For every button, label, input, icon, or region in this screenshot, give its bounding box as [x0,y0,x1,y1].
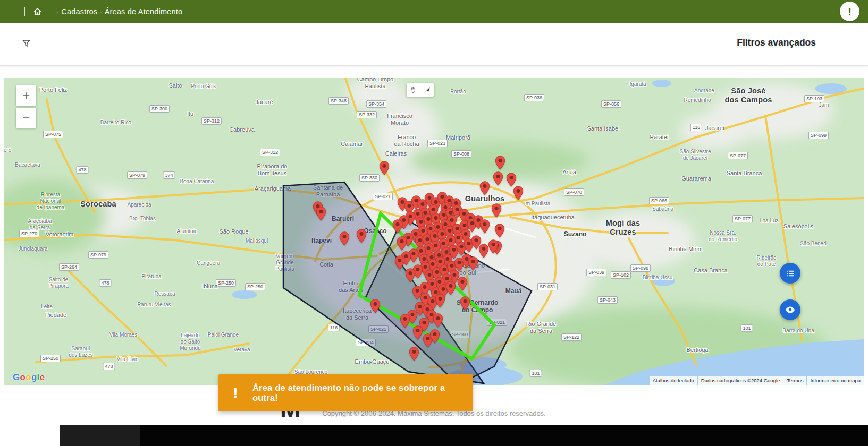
top-bar: - Cadastros - Áreas de Atendimento ! [0,0,868,23]
eye-icon [785,304,796,315]
map-pin[interactable] [435,294,445,308]
report-error-link[interactable]: Informar erro no mapa [807,376,864,385]
app-root: - Cadastros - Áreas de Atendimento ! Fil… [0,0,868,446]
map-pin[interactable] [513,186,524,200]
page-title: - Cadastros - Áreas de Atendimento [56,7,182,16]
map-pin[interactable] [393,219,403,234]
map-pin[interactable] [488,239,499,254]
google-logo-letter: e [40,372,45,382]
map-pin[interactable] [395,255,405,270]
map-pin[interactable] [433,313,443,328]
map-pin[interactable] [460,296,470,311]
draw-polygon-icon[interactable] [420,83,434,97]
map-canvas[interactable]: SP-348SP-354SP-300SP-332SP-312SP-075SP-3… [4,78,864,385]
map-attribution: Atalhos do teclado Dados cartográficos ©… [650,376,864,385]
map-pin[interactable] [480,181,490,195]
map-pin[interactable] [409,347,419,361]
map-pin[interactable] [340,231,350,246]
notification-button[interactable]: ! [840,2,859,21]
map-pin[interactable] [400,314,410,328]
map-pin[interactable] [507,173,517,187]
map-pin[interactable] [413,325,423,340]
map-pin[interactable] [495,224,505,238]
filter-icon[interactable] [21,38,31,50]
filter-bar: Filtros avançados [0,23,868,66]
map-pin[interactable] [316,207,326,221]
map-data-credit: Dados cartográficos ©2024 Google [698,376,783,385]
map-pin[interactable] [357,229,367,243]
menu-divider [24,7,25,16]
map-pin[interactable] [480,219,490,234]
advanced-filters-link[interactable]: Filtros avançados [737,37,816,48]
map-pin[interactable] [495,156,505,170]
map-pin[interactable] [380,161,390,175]
exclamation-icon: ! [848,6,852,17]
warning-icon: ! [218,384,252,402]
map-pin[interactable] [430,329,440,344]
map-pin[interactable] [479,244,489,258]
map-pin[interactable] [468,256,478,271]
map-pin[interactable] [458,277,468,291]
google-logo-letter: G [13,372,20,382]
map-pin[interactable] [370,299,381,313]
map-pin[interactable] [397,236,407,251]
map-pin[interactable] [493,171,503,186]
google-logo-letter: g [31,372,37,382]
home-icon[interactable] [32,7,43,17]
map-pin[interactable] [446,281,456,295]
zoom-control: + − [16,85,36,128]
overlap-warning-toast: ! Área de atendimento não pode se sobrep… [218,374,473,411]
map-pin[interactable] [492,203,502,218]
zoom-out-button[interactable]: − [16,108,36,128]
google-logo[interactable]: Google [13,372,45,383]
google-logo-letter: o [20,372,26,382]
bottom-strip-gray-segment [60,425,140,446]
zoom-in-button[interactable]: + [16,85,36,106]
pin-layer [4,78,864,385]
toast-message: Área de atendimento não pode se sobrepor… [252,383,473,403]
keyboard-shortcuts-link[interactable]: Atalhos do teclado [650,376,697,385]
bottom-strip-white-segment [0,425,60,446]
terms-link[interactable]: Termos [783,376,806,385]
google-logo-letter: o [26,372,31,382]
list-icon [785,268,796,279]
toggle-visibility-button[interactable] [780,299,800,320]
area-list-button[interactable] [780,263,800,284]
map-pin[interactable] [406,268,416,282]
map-draw-toolbar [407,83,434,97]
bottom-strip [0,425,868,446]
house-glyph [32,7,43,17]
pan-hand-icon[interactable] [407,83,420,97]
